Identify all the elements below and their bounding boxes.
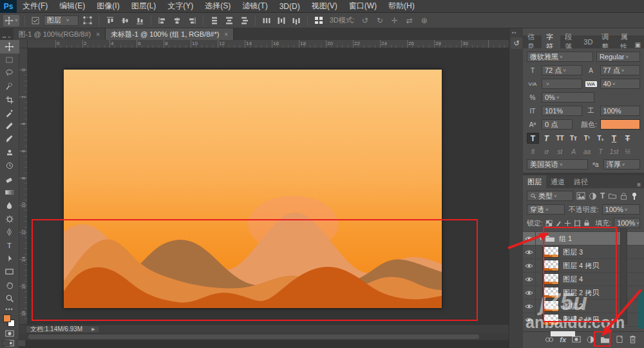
tab-3d[interactable]: 3D <box>579 35 597 48</box>
gradient-tool[interactable] <box>0 186 19 199</box>
3d-roll-icon[interactable]: ↻ <box>374 16 386 25</box>
subscript-button[interactable]: T₁ <box>594 133 607 144</box>
titling-alternates-button[interactable]: T <box>594 147 607 156</box>
hand-tool[interactable] <box>0 278 19 292</box>
document-tab-1-close-icon[interactable]: × <box>96 31 100 38</box>
delete-layer-button[interactable] <box>629 335 636 343</box>
visibility-toggle[interactable] <box>523 246 536 259</box>
workspace-corner-icon-2[interactable] <box>17 340 26 347</box>
small-caps-button[interactable]: Tᴛ <box>567 133 580 144</box>
lock-transparent-icon[interactable] <box>545 220 553 227</box>
dodge-tool[interactable] <box>0 212 19 226</box>
layer-filter-type-select[interactable]: 类型 <box>527 191 573 201</box>
horizontal-scrollbar-thumb[interactable] <box>28 334 479 339</box>
edit-toolbar-icon[interactable]: ••• <box>0 305 19 313</box>
menu-help[interactable]: 帮助(H) <box>383 0 421 13</box>
show-transform-controls-icon[interactable] <box>82 15 93 26</box>
language-select[interactable]: 美国英语 <box>527 159 588 169</box>
horizontal-scrollbar[interactable] <box>19 333 509 340</box>
move-tool[interactable] <box>0 40 19 53</box>
menu-filter[interactable]: 滤镜(T) <box>236 0 273 13</box>
document-tab-1[interactable]: 图-1 @ 100%(RGB/8#) × <box>14 28 106 40</box>
font-style-select[interactable]: Regular <box>596 52 640 62</box>
layer-thumbnail[interactable] <box>542 246 559 258</box>
path-selection-tool[interactable] <box>0 252 19 266</box>
layer-name[interactable]: 图层 2 拷贝 <box>563 288 599 298</box>
expand-panels-icon[interactable]: ▪▪ <box>512 30 517 35</box>
menu-layer[interactable]: 图层(L) <box>126 0 162 13</box>
lock-artboard-icon[interactable] <box>574 220 581 227</box>
layer-thumbnail[interactable] <box>542 287 559 298</box>
filter-pixel-layers-icon[interactable] <box>576 192 585 200</box>
new-group-button[interactable] <box>600 336 610 343</box>
filter-adjustment-layers-icon[interactable] <box>589 192 597 200</box>
menu-window[interactable]: 窗口(W) <box>343 0 383 13</box>
filter-shape-layers-icon[interactable] <box>608 192 617 200</box>
faux-italic-button[interactable]: T <box>540 133 553 144</box>
new-adjustment-layer-icon[interactable] <box>587 336 594 343</box>
vertical-scale-field[interactable]: 101% <box>542 106 582 116</box>
menu-edit[interactable]: 编辑(E) <box>53 0 91 13</box>
align-top-edges-icon[interactable] <box>104 15 116 26</box>
visibility-toggle[interactable] <box>523 232 536 246</box>
layer-name[interactable]: 图层 2 <box>563 302 583 311</box>
foreground-color-swatch[interactable] <box>3 314 11 322</box>
distribute-right-edges-icon[interactable] <box>290 15 302 26</box>
canvas-document[interactable] <box>64 70 442 308</box>
menu-select[interactable]: 选择(S) <box>199 0 236 13</box>
filter-type-layers-icon[interactable]: T <box>600 191 605 200</box>
strikethrough-button[interactable]: T <box>621 133 634 144</box>
visibility-toggle[interactable] <box>523 286 536 300</box>
layer-name[interactable]: 图层 4 <box>563 275 583 284</box>
ordinals-button[interactable]: 1st <box>608 147 620 156</box>
layer-name[interactable]: 图层 4 拷贝 <box>563 261 599 271</box>
underline-button[interactable]: T <box>608 133 620 144</box>
tab-character[interactable]: 字符 <box>542 35 560 48</box>
text-color-swatch[interactable] <box>600 119 640 130</box>
leading-field[interactable]: 77 点 <box>600 65 641 75</box>
distribute-top-edges-icon[interactable] <box>209 15 220 26</box>
layer-name[interactable]: 图层 3 <box>563 247 583 257</box>
font-size-field[interactable]: 72 点 <box>542 65 582 75</box>
font-family-select[interactable]: 微软雅黑 <box>527 52 593 62</box>
add-layer-mask-icon[interactable] <box>572 336 581 343</box>
tab-layers[interactable]: 图层 <box>523 175 546 188</box>
visibility-toggle[interactable] <box>523 259 536 273</box>
align-horizontal-centers-icon[interactable] <box>171 15 183 26</box>
layer-name[interactable]: 组 1 <box>559 234 572 244</box>
history-panel-icon[interactable]: ↺ <box>511 37 522 49</box>
tab-channels[interactable]: 通道 <box>546 175 569 188</box>
filter-toggle-icon[interactable] <box>632 192 637 200</box>
lock-all-icon[interactable] <box>583 219 590 227</box>
blend-mode-select[interactable]: 穿透 <box>527 204 565 215</box>
group-expand-icon[interactable]: ▼ <box>538 236 544 242</box>
ligatures-button[interactable]: fi <box>527 147 539 156</box>
new-layer-button[interactable] <box>616 335 623 343</box>
tool-preset-move-icon[interactable] <box>3 15 19 26</box>
link-layers-icon[interactable] <box>545 336 554 343</box>
3d-slide-icon[interactable]: ⇄ <box>404 16 415 25</box>
lasso-tool[interactable] <box>0 66 19 80</box>
type-tool[interactable]: T <box>0 238 19 252</box>
status-expand-icon[interactable]: ▶ <box>91 327 95 332</box>
menu-file[interactable]: 文件(F) <box>17 0 53 13</box>
zoom-tool[interactable] <box>0 292 19 305</box>
superscript-button[interactable]: T¹ <box>581 133 593 144</box>
document-tab-2-close-icon[interactable]: × <box>224 31 228 38</box>
opacity-field[interactable]: 100% <box>602 204 640 215</box>
proportional-spacing-field[interactable]: 0% <box>542 92 594 102</box>
auto-select-checkbox[interactable] <box>30 15 41 26</box>
layer-thumbnail[interactable] <box>542 260 559 271</box>
auto-align-layers-icon[interactable] <box>313 15 325 26</box>
blur-tool[interactable] <box>0 199 19 213</box>
faux-bold-button[interactable]: T <box>527 133 539 144</box>
layer-style-icon[interactable]: fx <box>560 336 566 343</box>
layer-thumbnail[interactable] <box>542 314 559 325</box>
align-left-edges-icon[interactable] <box>156 15 168 26</box>
workspace-corner-icon-1[interactable] <box>2 340 10 346</box>
distribute-horizontal-centers-icon[interactable] <box>276 15 287 26</box>
ruler-origin-corner[interactable] <box>19 40 28 48</box>
3d-orbit-icon[interactable]: ↺ <box>359 16 371 25</box>
stylistic-alternates-button[interactable]: aa <box>581 147 593 156</box>
tab-adjustments[interactable]: 调整 <box>597 35 616 48</box>
